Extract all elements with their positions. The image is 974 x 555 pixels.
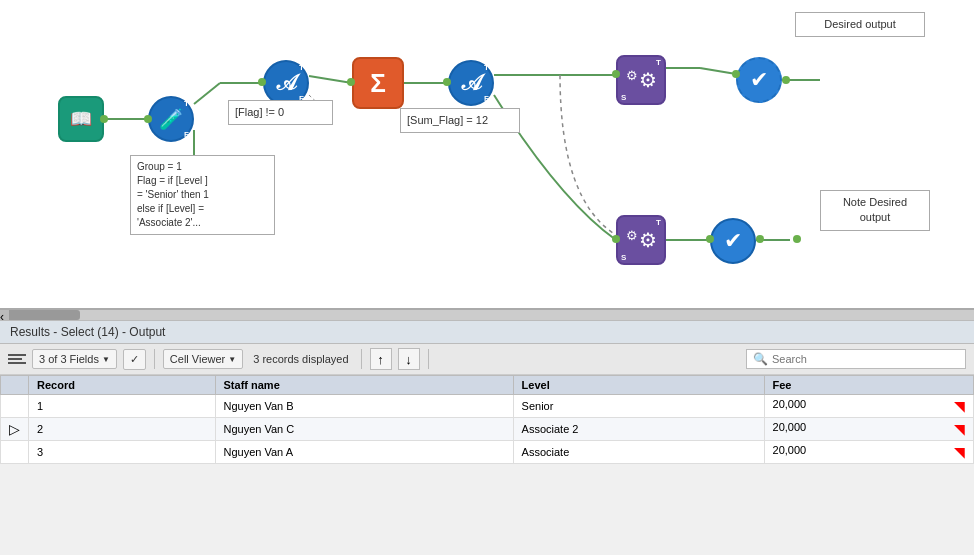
gear2-t-label: T bbox=[656, 218, 661, 227]
dropdown-arrow-icon: ▼ bbox=[102, 355, 110, 364]
connector-dot-5 bbox=[443, 78, 451, 86]
connector-dot-10 bbox=[706, 235, 714, 243]
gear1-large-icon: ⚙ bbox=[639, 68, 657, 92]
horizontal-scrollbar[interactable]: ‹ bbox=[0, 310, 974, 320]
table-row[interactable]: ▷2Nguyen Van CAssociate 220,000◥ bbox=[1, 418, 974, 441]
cell-viewer-label: Cell Viewer bbox=[170, 353, 225, 365]
fields-icon[interactable] bbox=[8, 354, 26, 364]
cell-record: 1 bbox=[29, 395, 216, 418]
connector-f-label: F bbox=[184, 130, 189, 139]
col-header-indicator bbox=[1, 376, 29, 395]
node-check1[interactable]: ✔ bbox=[736, 57, 782, 103]
desired-output-text: Desired output bbox=[824, 18, 896, 30]
col-header-record: Record bbox=[29, 376, 216, 395]
connector-dot-11 bbox=[756, 235, 764, 243]
results-bar: Results - Select (14) - Output bbox=[0, 321, 974, 344]
cell-staff-name: Nguyen Van C bbox=[215, 418, 513, 441]
cell-viewer-button[interactable]: Cell Viewer ▼ bbox=[163, 349, 243, 369]
red-flag-icon: ◥ bbox=[954, 421, 965, 437]
node-gear2[interactable]: ⚙ ⚙ T S bbox=[616, 215, 666, 265]
node-check2[interactable]: ✔ bbox=[710, 218, 756, 264]
fields-dropdown-button[interactable]: 3 of 3 Fields ▼ bbox=[32, 349, 117, 369]
formula1-icon: 𝒜 bbox=[277, 70, 296, 96]
records-displayed-label: 3 records displayed bbox=[253, 353, 348, 365]
node-flask[interactable]: 🧪 T F bbox=[148, 96, 194, 142]
check1-icon: ✔ bbox=[750, 67, 768, 93]
scroll-left-indicator: ‹ bbox=[0, 310, 10, 320]
gear2-large-icon: ⚙ bbox=[639, 228, 657, 252]
check2-icon: ✔ bbox=[724, 228, 742, 254]
connector-dot-3 bbox=[258, 78, 266, 86]
note-desired-label: Note Desired output bbox=[820, 190, 930, 231]
sum-condition-text: [Sum_Flag] = 12 bbox=[407, 114, 488, 126]
col-header-level: Level bbox=[513, 376, 764, 395]
gear1-small-icon: ⚙ bbox=[626, 68, 638, 92]
flag-condition-text: [Flag] != 0 bbox=[235, 106, 284, 118]
move-up-button[interactable]: ↑ bbox=[370, 348, 392, 370]
node-sum[interactable]: Σ bbox=[352, 57, 404, 109]
results-panel: Results - Select (14) - Output 3 of 3 Fi… bbox=[0, 320, 974, 464]
toolbar: 3 of 3 Fields ▼ ✓ Cell Viewer ▼ 3 record… bbox=[0, 344, 974, 375]
cell-staff-name: Nguyen Van B bbox=[215, 395, 513, 418]
note-desired-text: Note Desired output bbox=[843, 196, 907, 223]
desired-output-label: Desired output bbox=[795, 12, 925, 37]
cell-record: 2 bbox=[29, 418, 216, 441]
gear1-s-label: S bbox=[621, 93, 626, 102]
connector-dot-4 bbox=[347, 78, 355, 86]
formula1-t-label: T bbox=[299, 63, 304, 72]
connector-dot-1 bbox=[100, 115, 108, 123]
formula-tooltip: Group = 1 Flag = if [Level ] = 'Senior' … bbox=[130, 155, 275, 235]
row-arrow-icon: ▷ bbox=[9, 421, 20, 437]
formula2-f-label: F bbox=[484, 94, 489, 103]
scrollbar-thumb[interactable] bbox=[0, 310, 80, 320]
results-title: Results - Select (14) - Output bbox=[10, 325, 165, 339]
checkmark-button[interactable]: ✓ bbox=[123, 349, 146, 370]
gear2-s-label: S bbox=[621, 253, 626, 262]
connector-t-label: T bbox=[184, 99, 189, 108]
separator-3 bbox=[428, 349, 429, 369]
separator-2 bbox=[361, 349, 362, 369]
cell-level: Senior bbox=[513, 395, 764, 418]
data-table-container[interactable]: Record Staff name Level Fee 1Nguyen Van … bbox=[0, 375, 974, 464]
gear1-t-label: T bbox=[656, 58, 661, 67]
search-icon: 🔍 bbox=[753, 352, 768, 366]
formula2-t-label: T bbox=[484, 63, 489, 72]
move-down-button[interactable]: ↓ bbox=[398, 348, 420, 370]
table-row[interactable]: 1Nguyen Van BSenior20,000◥ bbox=[1, 395, 974, 418]
data-table: Record Staff name Level Fee 1Nguyen Van … bbox=[0, 375, 974, 464]
node-formula2[interactable]: 𝒜 T F bbox=[448, 60, 494, 106]
svg-line-1 bbox=[194, 83, 220, 104]
table-row[interactable]: 3Nguyen Van AAssociate20,000◥ bbox=[1, 441, 974, 464]
search-box[interactable]: 🔍 bbox=[746, 349, 966, 369]
checkmark-icon: ✓ bbox=[130, 353, 139, 366]
connector-dot-12 bbox=[793, 235, 801, 243]
cell-level: Associate 2 bbox=[513, 418, 764, 441]
cell-viewer-arrow-icon: ▼ bbox=[228, 355, 236, 364]
node-gear1[interactable]: ⚙ ⚙ T S bbox=[616, 55, 666, 105]
flask-icon: 🧪 bbox=[159, 107, 184, 131]
gear2-small-icon: ⚙ bbox=[626, 228, 638, 252]
cell-fee: 20,000◥ bbox=[764, 418, 973, 441]
workflow-canvas[interactable]: 📖 🧪 T F 𝒜 T F Σ 𝒜 T F bbox=[0, 0, 974, 310]
red-flag-icon: ◥ bbox=[954, 444, 965, 460]
separator-1 bbox=[154, 349, 155, 369]
cell-level: Associate bbox=[513, 441, 764, 464]
node-input[interactable]: 📖 bbox=[58, 96, 104, 142]
search-input[interactable] bbox=[772, 353, 959, 365]
col-header-staff-name: Staff name bbox=[215, 376, 513, 395]
formula2-icon: 𝒜 bbox=[462, 70, 481, 96]
connector-dot-2 bbox=[144, 115, 152, 123]
col-header-fee: Fee bbox=[764, 376, 973, 395]
connector-dot-9 bbox=[612, 235, 620, 243]
svg-line-10 bbox=[700, 68, 736, 74]
cell-staff-name: Nguyen Van A bbox=[215, 441, 513, 464]
sum-condition-label: [Sum_Flag] = 12 bbox=[400, 108, 520, 133]
cell-record: 3 bbox=[29, 441, 216, 464]
svg-line-4 bbox=[309, 76, 352, 83]
connector-dot-8 bbox=[782, 76, 790, 84]
connector-dot-7 bbox=[732, 70, 740, 78]
sum-icon: Σ bbox=[370, 68, 386, 99]
cell-fee: 20,000◥ bbox=[764, 395, 973, 418]
cell-fee: 20,000◥ bbox=[764, 441, 973, 464]
red-flag-icon: ◥ bbox=[954, 398, 965, 414]
